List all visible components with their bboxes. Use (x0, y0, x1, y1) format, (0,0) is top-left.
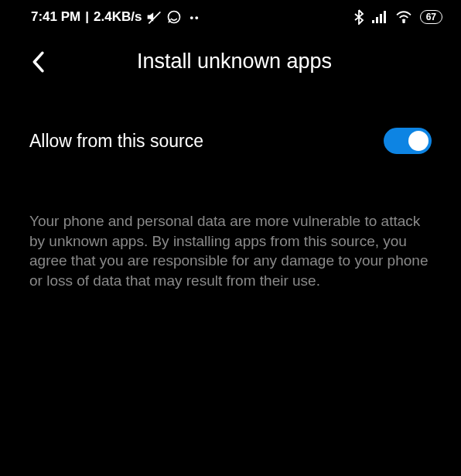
svg-point-6 (403, 21, 405, 22)
allow-from-source-row: Allow from this source (29, 128, 432, 154)
svg-rect-3 (376, 17, 378, 23)
allow-from-source-label: Allow from this source (29, 131, 203, 152)
allow-from-source-toggle[interactable] (384, 128, 432, 154)
header: Install unknown apps (0, 31, 461, 89)
whatsapp-icon (166, 9, 182, 25)
bluetooth-icon (353, 9, 364, 25)
status-bar-right: 67 (353, 9, 442, 25)
svg-rect-2 (372, 20, 374, 23)
page-title: Install unknown apps (137, 50, 332, 74)
back-button[interactable] (31, 51, 45, 73)
status-time: 7:41 PM (31, 9, 80, 25)
status-bar: 7:41 PM | 2.4KB/s •• (0, 0, 461, 31)
signal-icon (372, 11, 388, 23)
warning-description: Your phone and personal data are more vu… (29, 211, 432, 291)
status-separator: | (85, 9, 89, 25)
wifi-icon (395, 11, 412, 23)
svg-rect-4 (380, 14, 382, 23)
mute-icon (146, 9, 162, 25)
svg-rect-5 (384, 11, 386, 23)
toggle-thumb (408, 131, 429, 151)
status-data-rate: 2.4KB/s (94, 9, 142, 25)
content-area: Allow from this source Your phone and pe… (0, 89, 461, 291)
battery-indicator: 67 (420, 10, 442, 24)
more-notifications-icon: •• (190, 12, 200, 23)
status-bar-left: 7:41 PM | 2.4KB/s •• (31, 9, 200, 25)
